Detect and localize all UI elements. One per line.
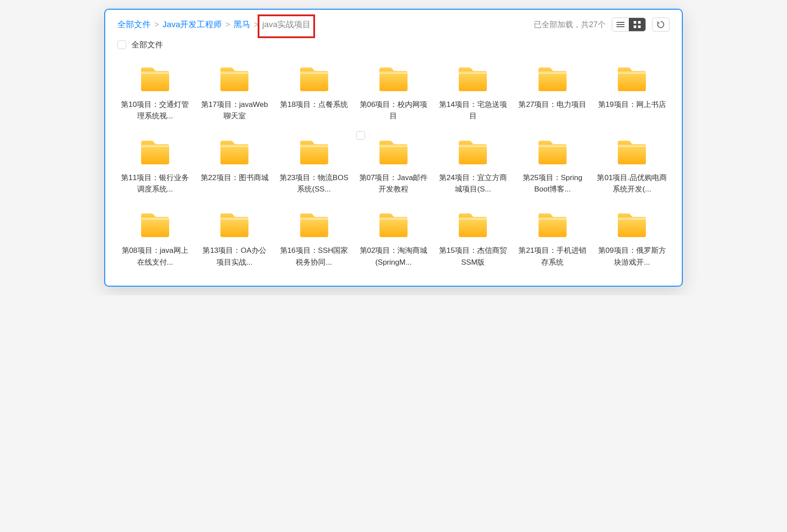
- svg-rect-18: [459, 146, 487, 147]
- svg-rect-3: [634, 21, 636, 24]
- breadcrumb-separator: >: [254, 20, 259, 29]
- folder-item[interactable]: 第10项目：交通灯管理系统视...: [117, 67, 192, 122]
- folder-icon: [219, 140, 250, 166]
- folder-icon: [616, 213, 648, 239]
- folder-item[interactable]: 第08项目：java网上在线支付...: [117, 213, 192, 268]
- breadcrumb-level-1[interactable]: Java开发工程师: [163, 19, 222, 30]
- svg-rect-6: [638, 25, 641, 28]
- folder-icon-wrap: [298, 140, 330, 166]
- list-view-button[interactable]: [612, 18, 629, 31]
- folder-item[interactable]: 第13项目：OA办公项目实战...: [197, 213, 272, 268]
- folder-item[interactable]: 第24项目：宜立方商城项目(S...: [436, 140, 510, 195]
- folder-label: 第23项目：物流BOS系统(SS...: [279, 172, 349, 195]
- breadcrumb-level-2[interactable]: 黑马: [234, 19, 250, 30]
- breadcrumb-root[interactable]: 全部文件: [117, 19, 151, 30]
- svg-rect-11: [459, 73, 487, 74]
- svg-rect-21: [141, 219, 169, 220]
- folder-icon-wrap: [616, 140, 648, 166]
- svg-rect-22: [220, 219, 248, 220]
- folder-item[interactable]: 第15项目：杰信商贸SSM版: [436, 213, 510, 268]
- folder-label: 第21项目：手机进销存系统: [518, 245, 588, 268]
- folder-label: 第18项目：点餐系统: [280, 99, 348, 110]
- refresh-icon: [657, 21, 665, 28]
- folder-label: 第09项目：俄罗斯方块游戏开...: [597, 245, 667, 268]
- folder-label: 第17项目：javaWeb聊天室: [199, 99, 269, 122]
- folder-icon-wrap: [378, 67, 409, 93]
- refresh-button[interactable]: [652, 18, 670, 32]
- folder-item[interactable]: 第19项目：网上书店: [595, 67, 670, 122]
- folder-icon-wrap: [457, 140, 489, 166]
- folder-icon: [537, 140, 568, 166]
- svg-rect-25: [459, 219, 487, 220]
- header-bar: 全部文件 > Java开发工程师 > 黑马 > java实战项目 已全部加载，共…: [105, 10, 682, 36]
- folder-label: 第25项目：Spring Boot博客...: [518, 172, 588, 195]
- svg-rect-17: [379, 146, 408, 147]
- folder-icon: [378, 67, 409, 93]
- folder-item[interactable]: 第22项目：图书商城: [197, 140, 272, 195]
- folder-icon: [139, 140, 171, 166]
- folder-icon-wrap: [219, 213, 250, 239]
- folder-label: 第19项目：网上书店: [598, 99, 666, 110]
- folder-item[interactable]: 第06项目：校内网项目: [356, 67, 431, 122]
- svg-rect-27: [618, 219, 646, 220]
- folder-label: 第15项目：杰信商贸SSM版: [438, 245, 508, 268]
- folder-icon: [219, 67, 250, 93]
- folder-icon: [457, 67, 489, 93]
- grid-icon: [634, 21, 641, 28]
- svg-rect-24: [379, 219, 408, 220]
- folder-item[interactable]: 第25项目：Spring Boot博客...: [515, 140, 590, 195]
- folder-item[interactable]: 第16项目：SSH国家税务协同...: [277, 213, 351, 268]
- folder-item[interactable]: 第09项目：俄罗斯方块游戏开...: [595, 213, 670, 268]
- svg-rect-16: [300, 146, 328, 147]
- folder-item[interactable]: 第21项目：手机进销存系统: [515, 213, 590, 268]
- folder-item[interactable]: 第01项目.品优购电商系统开发(...: [595, 140, 670, 195]
- folder-icon: [537, 67, 568, 93]
- svg-rect-15: [220, 146, 248, 147]
- folder-label: 第24项目：宜立方商城项目(S...: [438, 172, 508, 195]
- select-all-row: 全部文件: [105, 36, 682, 58]
- folder-item[interactable]: 第17项目：javaWeb聊天室: [197, 67, 272, 122]
- folder-icon: [139, 67, 171, 93]
- folder-item[interactable]: 第18项目：点餐系统: [277, 67, 351, 122]
- svg-rect-7: [141, 73, 169, 74]
- svg-rect-8: [220, 73, 248, 74]
- svg-rect-12: [539, 73, 567, 74]
- folder-icon-wrap: [139, 213, 171, 239]
- folder-icon-wrap: [457, 213, 489, 239]
- file-browser-window: 全部文件 > Java开发工程师 > 黑马 > java实战项目 已全部加载，共…: [104, 9, 683, 287]
- folder-grid: 第10项目：交通灯管理系统视... 第17项目：javaWeb聊天室: [105, 58, 682, 286]
- folder-item[interactable]: 第11项目：银行业务调度系统...: [117, 140, 192, 195]
- breadcrumb-current: java实战项目: [262, 19, 311, 30]
- folder-icon: [616, 140, 648, 166]
- folder-icon-wrap: [378, 213, 409, 239]
- folder-icon-wrap: [616, 213, 648, 239]
- folder-label: 第10项目：交通灯管理系统视...: [120, 99, 190, 122]
- folder-icon-wrap: [537, 213, 568, 239]
- folder-icon-wrap: [219, 140, 250, 166]
- svg-rect-13: [618, 73, 646, 74]
- folder-icon: [378, 213, 409, 239]
- folder-item[interactable]: 第23项目：物流BOS系统(SS...: [277, 140, 351, 195]
- svg-rect-5: [634, 25, 636, 28]
- folder-icon-wrap: [298, 67, 330, 93]
- folder-item[interactable]: 第02项目：淘淘商城(SpringM...: [356, 213, 431, 268]
- folder-icon: [378, 140, 409, 166]
- folder-label: 第11项目：银行业务调度系统...: [120, 172, 190, 195]
- select-all-checkbox[interactable]: [117, 40, 126, 49]
- folder-item[interactable]: 第14项目：宅急送项目: [436, 67, 510, 122]
- folder-icon: [298, 67, 330, 93]
- folder-item[interactable]: 第07项目：Java邮件开发教程: [356, 140, 431, 195]
- folder-label: 第01项目.品优购电商系统开发(...: [597, 172, 667, 195]
- folder-label: 第27项目：电力项目: [518, 99, 586, 110]
- folder-icon: [219, 213, 250, 239]
- select-all-label: 全部文件: [131, 39, 163, 50]
- svg-rect-9: [300, 73, 328, 74]
- item-checkbox[interactable]: [356, 131, 365, 140]
- grid-view-button[interactable]: [629, 18, 645, 31]
- folder-icon-wrap: [616, 67, 648, 93]
- breadcrumb-separator: >: [225, 20, 230, 29]
- folder-item[interactable]: 第27项目：电力项目: [515, 67, 590, 122]
- svg-rect-14: [141, 146, 169, 147]
- folder-icon-wrap: [139, 140, 171, 166]
- folder-icon: [139, 213, 171, 239]
